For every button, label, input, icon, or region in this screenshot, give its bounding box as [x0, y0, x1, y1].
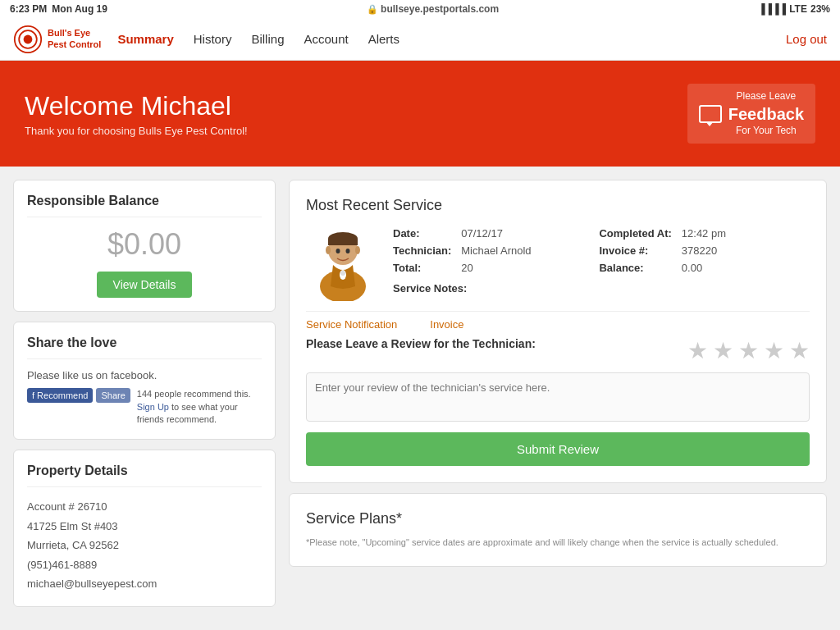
welcome-heading: Welcome Michael: [25, 91, 248, 121]
status-left: 6:23 PM Mon Aug 19: [10, 3, 107, 15]
balance-label: Balance:: [599, 262, 671, 274]
logo-text: Bull's Eye Pest Control: [48, 28, 101, 49]
total-value: 20: [461, 262, 589, 274]
service-links: Service Notification Invoice: [306, 311, 810, 331]
phone: (951)461-8889: [27, 555, 262, 574]
star-5[interactable]: ★: [789, 337, 810, 364]
total-label: Total:: [393, 262, 451, 274]
hero-text: Welcome Michael Thank you for choosing B…: [25, 91, 248, 137]
time: 6:23 PM: [10, 3, 47, 15]
service-notification-link[interactable]: Service Notification: [306, 318, 397, 331]
domain: bullseye.pestportals.com: [381, 3, 499, 15]
address-line1: 41725 Elm St #403: [27, 517, 262, 536]
invoice-label: Invoice #:: [599, 244, 671, 257]
feedback-text: Please Leave Feedback For Your Tech: [728, 90, 804, 137]
welcome-subtext: Thank you for choosing Bulls Eye Pest Co…: [25, 125, 248, 137]
review-textarea[interactable]: [306, 372, 810, 422]
invoice-value: 378220: [682, 244, 810, 257]
technician-value: Michael Arnold: [461, 244, 589, 257]
review-section: Please Leave a Review for the Technician…: [306, 337, 810, 466]
nav-summary[interactable]: Summary: [117, 32, 173, 46]
logo-icon: [13, 25, 43, 54]
svg-point-10: [346, 249, 350, 253]
submit-review-button[interactable]: Submit Review: [306, 432, 810, 466]
fb-recommend-button[interactable]: f Recommend: [27, 388, 93, 403]
account-number: Account # 26710: [27, 497, 262, 516]
battery: 23%: [810, 3, 830, 15]
date-label: Date:: [393, 227, 451, 240]
balance-title: Responsible Balance: [27, 194, 262, 217]
share-title: Share the love: [27, 336, 262, 359]
star-3[interactable]: ★: [738, 337, 759, 364]
view-details-button[interactable]: View Details: [97, 272, 193, 298]
main-content: Responsible Balance $0.00 View Details S…: [0, 167, 840, 620]
property-info: Account # 26710 41725 Elm St #403 Murrie…: [27, 497, 262, 593]
navbar: Bull's Eye Pest Control Summary History …: [0, 18, 840, 61]
fb-desc: 144 people recommend this. Sign Up to se…: [137, 388, 262, 426]
signal-icon: ▐▐▐▐: [758, 3, 786, 15]
left-column: Responsible Balance $0.00 View Details S…: [13, 180, 276, 607]
fb-share-button[interactable]: Share: [96, 388, 130, 403]
svg-point-12: [355, 246, 360, 254]
svg-point-11: [326, 246, 331, 254]
svg-point-2: [24, 34, 33, 43]
review-label: Please Leave a Review for the Technician…: [306, 337, 536, 350]
status-bar: 6:23 PM Mon Aug 19 🔒 bullseye.pestportal…: [0, 0, 840, 18]
share-text: Please like us on facebook.: [27, 369, 262, 381]
balance-amount: $0.00: [27, 227, 262, 262]
fb-signup-link[interactable]: Sign Up: [137, 402, 169, 412]
plans-title: Service Plans*: [306, 510, 810, 527]
recent-service-title: Most Recent Service: [306, 197, 810, 214]
nav-alerts[interactable]: Alerts: [368, 32, 399, 46]
technician-label: Technician:: [393, 244, 451, 257]
share-card: Share the love Please like us on faceboo…: [13, 322, 276, 440]
star-4[interactable]: ★: [764, 337, 784, 364]
invoice-link[interactable]: Invoice: [430, 318, 463, 331]
recent-service-card: Most Recent Service: [289, 180, 827, 483]
hero-banner: Welcome Michael Thank you for choosing B…: [0, 61, 840, 167]
nav-billing[interactable]: Billing: [251, 32, 284, 46]
property-title: Property Details: [27, 463, 262, 487]
logo: Bull's Eye Pest Control: [13, 25, 101, 54]
logout-button[interactable]: Log out: [786, 32, 827, 46]
email: michael@bullseyepest.com: [27, 574, 262, 593]
service-info: Date: 07/12/17 Completed At: 12:42 pm Te…: [393, 227, 810, 294]
completed-at-value: 12:42 pm: [682, 227, 810, 240]
feedback-icon: [699, 105, 722, 123]
completed-at-label: Completed At:: [599, 227, 671, 240]
property-card: Property Details Account # 26710 41725 E…: [13, 450, 276, 607]
technician-avatar: [306, 227, 380, 301]
right-column: Most Recent Service: [289, 180, 827, 567]
service-info-grid: Date: 07/12/17 Completed At: 12:42 pm Te…: [393, 227, 810, 274]
feedback-widget[interactable]: Please Leave Feedback For Your Tech: [687, 84, 815, 144]
address-line2: Murrieta, CA 92562: [27, 536, 262, 555]
star-rating[interactable]: ★ ★ ★ ★ ★: [687, 337, 810, 364]
url-bar: 🔒 bullseye.pestportals.com: [367, 3, 499, 15]
nav-history[interactable]: History: [194, 32, 232, 46]
nav-account[interactable]: Account: [304, 32, 348, 46]
svg-rect-5: [328, 239, 358, 245]
service-plans-card: Service Plans* *Please note, "Upcoming" …: [289, 493, 827, 567]
service-notes-label: Service Notes:: [393, 282, 810, 294]
fb-row: f Recommend Share 144 people recommend t…: [27, 388, 262, 426]
balance-value: 0.00: [682, 262, 810, 274]
date-value: 07/12/17: [461, 227, 589, 240]
balance-card: Responsible Balance $0.00 View Details: [13, 180, 276, 312]
plans-note: *Please note, "Upcoming" service dates a…: [306, 536, 810, 550]
carrier: LTE: [789, 3, 807, 15]
day: Mon Aug 19: [52, 3, 107, 15]
svg-point-9: [336, 249, 340, 253]
star-1[interactable]: ★: [687, 337, 708, 364]
status-right: ▐▐▐▐ LTE 23%: [758, 3, 830, 15]
svg-point-8: [340, 271, 345, 276]
service-details-row: Date: 07/12/17 Completed At: 12:42 pm Te…: [306, 227, 810, 301]
star-2[interactable]: ★: [713, 337, 733, 364]
nav-links: Summary History Billing Account Alerts: [117, 32, 786, 46]
